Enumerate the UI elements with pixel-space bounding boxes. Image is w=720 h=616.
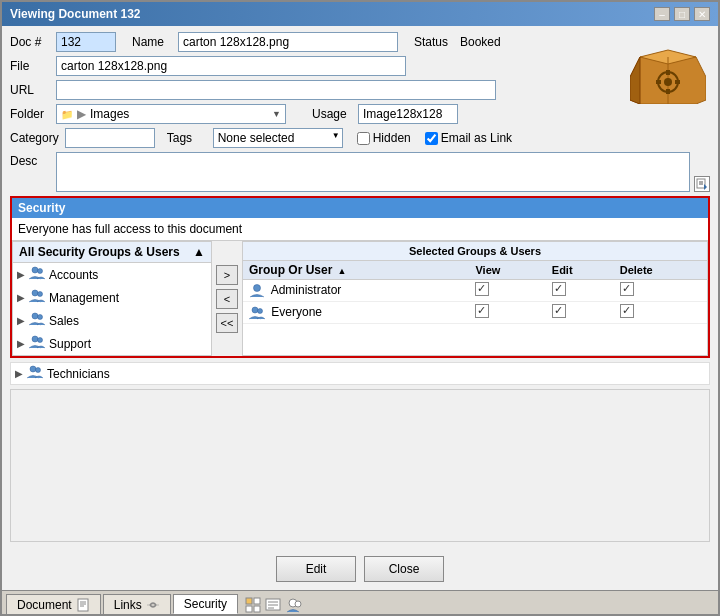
extra-tab-icon-1[interactable]: [244, 596, 262, 614]
status-value: Booked: [460, 35, 501, 49]
hidden-checkbox[interactable]: [357, 132, 370, 145]
action-buttons: Edit Close: [2, 548, 718, 590]
everyone-edit-check[interactable]: [552, 304, 566, 318]
folder-input[interactable]: 📁 ▶ Images ▼: [56, 104, 286, 124]
category-input[interactable]: [65, 128, 155, 148]
desc-row: Desc: [10, 152, 710, 192]
extra-tab-icon-3[interactable]: [284, 596, 302, 614]
groups-scroll-up[interactable]: ▲: [193, 245, 205, 259]
support-group-icon: [29, 335, 45, 352]
sales-arrow: ▶: [17, 315, 25, 326]
export-icon[interactable]: [694, 176, 710, 192]
svg-point-5: [664, 78, 672, 86]
add-button[interactable]: >: [216, 265, 238, 285]
svg-point-26: [36, 368, 41, 373]
all-groups-panel: All Security Groups & Users ▲ ▶: [12, 241, 212, 356]
list-item[interactable]: ▶ Management: [13, 286, 211, 309]
list-item[interactable]: ▶ Accounts: [13, 263, 211, 286]
svg-rect-34: [246, 606, 252, 612]
svg-point-15: [38, 269, 43, 274]
support-label: Support: [49, 337, 91, 351]
col-edit-header: Edit: [546, 261, 614, 280]
everyone-view-check[interactable]: [475, 304, 489, 318]
desc-textarea[interactable]: [56, 152, 690, 192]
usage-label: Usage: [312, 107, 352, 121]
col-delete-header: Delete: [614, 261, 707, 280]
remove-button[interactable]: <: [216, 289, 238, 309]
folder-row: Folder 📁 ▶ Images ▼ Usage: [10, 104, 710, 124]
svg-point-41: [295, 601, 301, 607]
groups-tree[interactable]: ▶ Accounts: [13, 263, 211, 355]
desc-right: [56, 152, 710, 192]
tab-document-label: Document: [17, 598, 72, 612]
admin-delete-check[interactable]: [620, 282, 634, 296]
technicians-arrow: ▶: [15, 368, 23, 379]
everyone-icon: [249, 305, 271, 319]
email-link-checkbox[interactable]: [425, 132, 438, 145]
everyone-delete-check[interactable]: [620, 304, 634, 318]
folder-value: Images: [90, 107, 129, 121]
tab-security-label: Security: [184, 597, 227, 611]
main-window: Viewing Document 132 – □ ✕: [0, 0, 720, 616]
name-label: Name: [132, 35, 172, 49]
svg-point-24: [258, 308, 263, 313]
url-label: URL: [10, 83, 50, 97]
tags-select[interactable]: None selected: [213, 128, 343, 148]
admin-icon: [249, 283, 271, 297]
status-label: Status: [414, 35, 454, 49]
list-item[interactable]: ▶ Sales: [13, 309, 211, 332]
svg-point-16: [32, 290, 38, 296]
tab-bar: Document Links Security: [2, 590, 718, 614]
tags-label: Tags: [167, 131, 207, 145]
title-bar: Viewing Document 132 – □ ✕: [2, 2, 718, 26]
accounts-group-icon: [29, 266, 45, 283]
minimize-button[interactable]: –: [654, 7, 670, 21]
close-button-bottom[interactable]: Close: [364, 556, 444, 582]
all-groups-title: All Security Groups & Users: [19, 245, 180, 259]
box-svg-icon: [630, 32, 706, 104]
sales-label: Sales: [49, 314, 79, 328]
management-arrow: ▶: [17, 292, 25, 303]
svg-point-23: [252, 307, 258, 313]
selected-users-table: Group Or User ▲ View Edit Delete: [243, 261, 707, 324]
svg-point-18: [32, 313, 38, 319]
category-label: Category: [10, 131, 59, 145]
extra-tab-icon-2[interactable]: [264, 596, 282, 614]
close-button[interactable]: ✕: [694, 7, 710, 21]
svg-rect-7: [666, 89, 670, 94]
edit-button[interactable]: Edit: [276, 556, 356, 582]
security-title: Security: [18, 201, 65, 215]
remove-all-button[interactable]: <<: [216, 313, 238, 333]
technicians-row[interactable]: ▶ Technicians: [10, 362, 710, 385]
sort-arrow: ▲: [337, 266, 346, 276]
svg-rect-8: [656, 80, 661, 84]
tab-document[interactable]: Document: [6, 594, 101, 614]
tab-security[interactable]: Security: [173, 594, 238, 614]
svg-rect-9: [675, 80, 680, 84]
file-label: File: [10, 59, 50, 73]
name-input[interactable]: [178, 32, 398, 52]
admin-view-check[interactable]: [475, 282, 489, 296]
content-area: Doc # Name Status Booked File URL Folder…: [2, 26, 718, 548]
sales-group-icon: [29, 312, 45, 329]
maximize-button[interactable]: □: [674, 7, 690, 21]
admin-label: Administrator: [271, 283, 342, 297]
accounts-arrow: ▶: [17, 269, 25, 280]
url-input[interactable]: [56, 80, 496, 100]
hidden-label: Hidden: [373, 131, 411, 145]
security-notice: Everyone has full access to this documen…: [12, 218, 708, 241]
transfer-buttons: > < <<: [212, 241, 242, 356]
admin-edit-check[interactable]: [552, 282, 566, 296]
list-item[interactable]: ▶ Support: [13, 332, 211, 355]
svg-point-14: [32, 267, 38, 273]
email-wrap: Email as Link: [425, 131, 512, 145]
management-label: Management: [49, 291, 119, 305]
doc-number-input[interactable]: [56, 32, 116, 52]
security-body: All Security Groups & Users ▲ ▶: [12, 241, 708, 356]
file-input[interactable]: [56, 56, 406, 76]
usage-input[interactable]: [358, 104, 458, 124]
tab-links[interactable]: Links: [103, 594, 171, 614]
category-row: Category Tags None selected Hidden Email…: [10, 128, 710, 148]
export-svg: [696, 178, 708, 190]
folder-dropdown-arrow[interactable]: ▼: [272, 109, 281, 119]
